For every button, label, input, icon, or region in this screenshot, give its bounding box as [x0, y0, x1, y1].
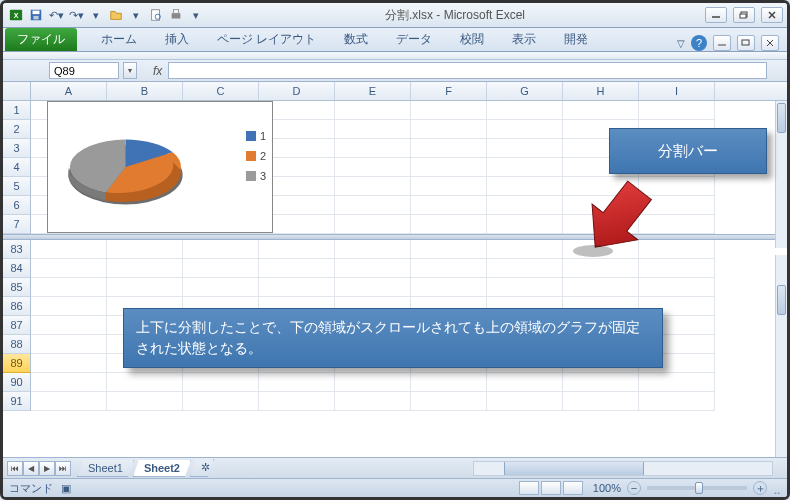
cell[interactable]	[411, 240, 487, 259]
col-header-H[interactable]: H	[563, 82, 639, 100]
tab-formulas[interactable]: 数式	[330, 28, 382, 51]
cell[interactable]	[487, 259, 563, 278]
tab-home[interactable]: ホーム	[87, 28, 151, 51]
cell[interactable]	[107, 373, 183, 392]
cell[interactable]	[107, 278, 183, 297]
cell[interactable]	[411, 215, 487, 234]
col-header-I[interactable]: I	[639, 82, 715, 100]
zoom-slider[interactable]	[647, 486, 747, 490]
print-icon[interactable]	[167, 6, 185, 24]
col-header-A[interactable]: A	[31, 82, 107, 100]
cell[interactable]	[411, 392, 487, 411]
cell[interactable]	[31, 354, 107, 373]
cell[interactable]	[31, 316, 107, 335]
cell[interactable]	[487, 177, 563, 196]
cell[interactable]	[183, 259, 259, 278]
redo-icon[interactable]: ↷▾	[67, 6, 85, 24]
cell[interactable]	[639, 392, 715, 411]
select-all-corner[interactable]	[3, 82, 31, 100]
row-header[interactable]: 5	[3, 177, 31, 196]
cell[interactable]	[31, 392, 107, 411]
embedded-pie-chart[interactable]: 1 2 3	[47, 101, 273, 233]
tab-view[interactable]: 表示	[498, 28, 550, 51]
cell[interactable]	[259, 278, 335, 297]
cell[interactable]	[487, 215, 563, 234]
qat-customize-icon[interactable]: ▾	[187, 6, 205, 24]
cell[interactable]	[563, 278, 639, 297]
view-pagelayout-button[interactable]	[541, 481, 561, 495]
cell[interactable]	[563, 373, 639, 392]
cell[interactable]	[411, 101, 487, 120]
cell[interactable]	[411, 373, 487, 392]
cell[interactable]	[487, 120, 563, 139]
row-header[interactable]: 4	[3, 158, 31, 177]
help-icon[interactable]: ?	[691, 35, 707, 51]
workbook-minimize-button[interactable]	[713, 35, 731, 51]
sheet-nav-next[interactable]: ▶	[39, 461, 55, 476]
cell[interactable]	[335, 278, 411, 297]
cell[interactable]	[335, 177, 411, 196]
zoom-in-button[interactable]: ＋	[753, 481, 767, 495]
cell[interactable]	[31, 259, 107, 278]
row-header[interactable]: 87	[3, 316, 31, 335]
cell[interactable]	[183, 373, 259, 392]
name-box[interactable]: Q89	[49, 62, 119, 79]
macro-record-icon[interactable]: ▣	[61, 482, 71, 495]
zoom-out-button[interactable]: −	[627, 481, 641, 495]
sheet-nav-prev[interactable]: ◀	[23, 461, 39, 476]
cell[interactable]	[411, 278, 487, 297]
file-tab[interactable]: ファイル	[5, 28, 77, 51]
cell[interactable]	[259, 240, 335, 259]
name-box-dropdown[interactable]: ▾	[123, 62, 137, 79]
sheet-nav-first[interactable]: ⏮	[7, 461, 23, 476]
cell[interactable]	[335, 120, 411, 139]
workbook-close-button[interactable]	[761, 35, 779, 51]
cell[interactable]	[487, 240, 563, 259]
new-icon[interactable]: ▾	[87, 6, 105, 24]
cell[interactable]	[259, 392, 335, 411]
cell[interactable]	[563, 101, 639, 120]
row-header[interactable]: 90	[3, 373, 31, 392]
fx-icon[interactable]: fx	[153, 64, 162, 78]
vertical-scrollbar-bottom[interactable]	[775, 255, 787, 457]
cell[interactable]	[335, 139, 411, 158]
resize-grip-icon[interactable]: ⣀	[773, 482, 781, 495]
col-header-B[interactable]: B	[107, 82, 183, 100]
cell[interactable]	[411, 259, 487, 278]
row-header[interactable]: 89	[3, 354, 31, 373]
cell[interactable]	[335, 373, 411, 392]
cell[interactable]	[107, 240, 183, 259]
tab-data[interactable]: データ	[382, 28, 446, 51]
cell[interactable]	[487, 196, 563, 215]
row-header[interactable]: 2	[3, 120, 31, 139]
cell[interactable]	[639, 278, 715, 297]
cell[interactable]	[335, 215, 411, 234]
cell[interactable]	[639, 101, 715, 120]
cell[interactable]	[335, 101, 411, 120]
col-header-C[interactable]: C	[183, 82, 259, 100]
vertical-scrollbar-top[interactable]	[775, 101, 787, 248]
cell[interactable]	[411, 120, 487, 139]
cell[interactable]	[411, 196, 487, 215]
cell[interactable]	[31, 278, 107, 297]
workbook-restore-button[interactable]	[737, 35, 755, 51]
cell[interactable]	[487, 101, 563, 120]
row-header[interactable]: 83	[3, 240, 31, 259]
tab-insert[interactable]: 挿入	[151, 28, 203, 51]
restore-button[interactable]	[733, 7, 755, 23]
cell[interactable]	[335, 259, 411, 278]
formula-input[interactable]	[168, 62, 767, 79]
view-normal-button[interactable]	[519, 481, 539, 495]
cell[interactable]	[411, 139, 487, 158]
col-header-D[interactable]: D	[259, 82, 335, 100]
cell[interactable]	[31, 297, 107, 316]
undo-icon[interactable]: ↶▾	[47, 6, 65, 24]
col-header-F[interactable]: F	[411, 82, 487, 100]
row-header[interactable]: 3	[3, 139, 31, 158]
zoom-label[interactable]: 100%	[593, 482, 621, 494]
minimize-button[interactable]	[705, 7, 727, 23]
view-pagebreak-button[interactable]	[563, 481, 583, 495]
tab-pagelayout[interactable]: ページ レイアウト	[203, 28, 330, 51]
excel-icon[interactable]: X	[7, 6, 25, 24]
row-header[interactable]: 84	[3, 259, 31, 278]
